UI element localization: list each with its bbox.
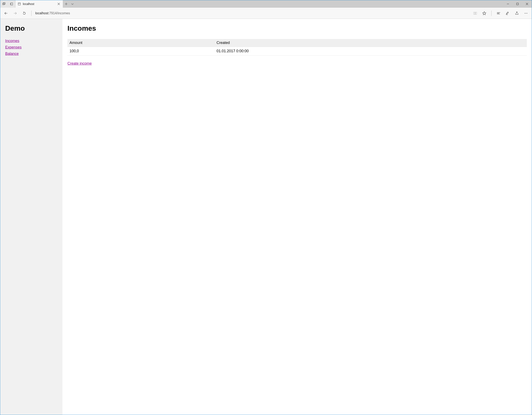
reading-view-button[interactable]	[471, 9, 479, 18]
incomes-table: Amount Created 100,0 01.01.2017 0:00:00	[67, 39, 527, 55]
cell-amount: 100,0	[67, 47, 214, 55]
tab-menu-button[interactable]	[69, 0, 76, 8]
forward-button[interactable]	[11, 9, 19, 18]
tab-title: localhost	[23, 2, 55, 6]
window-controls	[503, 0, 532, 8]
sidebar-link-balance[interactable]: Balance	[5, 51, 57, 56]
refresh-button[interactable]	[20, 9, 28, 18]
page-body: Demo Incomes Expenses Balance Incomes Am…	[0, 19, 532, 415]
more-button[interactable]	[522, 9, 530, 18]
toolbar-right	[471, 9, 530, 18]
tab-strip: localhost	[0, 0, 532, 8]
page-title: Incomes	[67, 24, 527, 32]
svg-point-21	[526, 13, 526, 13]
browser-tab[interactable]: localhost	[15, 0, 63, 8]
svg-marker-16	[483, 11, 486, 15]
set-aside-tabs-button[interactable]	[8, 0, 15, 8]
hub-button[interactable]	[494, 9, 503, 18]
window-minimize-button[interactable]	[503, 0, 513, 8]
page-icon	[18, 2, 21, 5]
tab-close-button[interactable]	[57, 2, 61, 6]
sidebar-link-expenses[interactable]: Expenses	[5, 45, 57, 50]
url-host: localhost	[35, 11, 48, 15]
new-tab-button[interactable]	[63, 0, 69, 8]
col-amount: Amount	[67, 39, 214, 47]
notes-button[interactable]	[504, 9, 512, 18]
svg-point-22	[527, 13, 527, 13]
tab-strip-tools	[0, 0, 15, 8]
main-content: Incomes Amount Created 100,0 01.01.2017 …	[62, 19, 532, 415]
browser-toolbar: localhost:7914/incomes	[0, 8, 532, 19]
sidebar: Demo Incomes Expenses Balance	[0, 19, 62, 415]
svg-rect-3	[18, 3, 20, 5]
svg-rect-0	[3, 3, 5, 5]
cell-created: 01.01.2017 0:00:00	[214, 47, 527, 55]
table-row: 100,0 01.01.2017 0:00:00	[67, 47, 527, 55]
table-header-row: Amount Created	[67, 39, 527, 47]
sidebar-link-incomes[interactable]: Incomes	[5, 38, 57, 44]
svg-rect-10	[517, 3, 519, 5]
address-bar[interactable]: localhost:7914/incomes	[34, 8, 470, 19]
share-button[interactable]	[513, 9, 521, 18]
tab-actions	[63, 0, 76, 8]
window-maximize-button[interactable]	[513, 0, 522, 8]
back-button[interactable]	[2, 9, 10, 18]
svg-point-20	[524, 13, 525, 13]
col-created: Created	[214, 39, 527, 47]
create-income-link[interactable]: Create income	[67, 61, 92, 66]
favorite-button[interactable]	[480, 9, 488, 18]
url-path: :7914/incomes	[48, 11, 70, 15]
browser-window: localhost	[0, 0, 532, 415]
window-close-button[interactable]	[522, 0, 532, 8]
separator	[491, 10, 492, 16]
svg-rect-1	[3, 3, 5, 4]
tab-preview-button[interactable]	[0, 0, 8, 8]
sidebar-heading: Demo	[5, 24, 57, 32]
